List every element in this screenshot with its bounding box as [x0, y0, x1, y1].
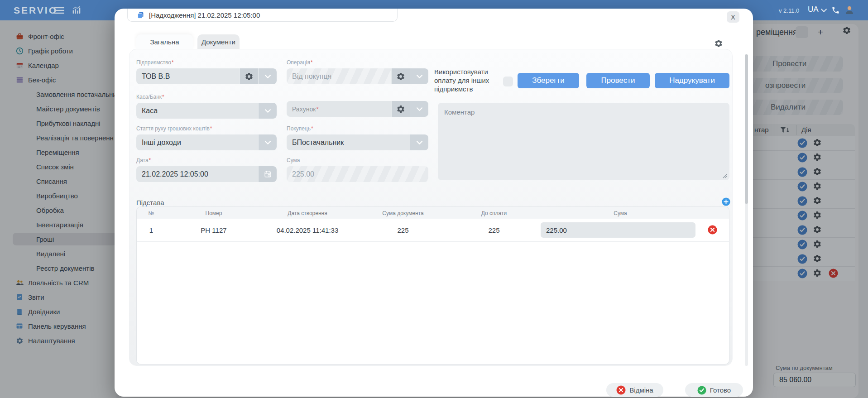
cash-bank-input[interactable]: Каса: [136, 103, 258, 119]
chevron-down-icon: [821, 9, 827, 12]
enterprise-gear-icon[interactable]: [240, 68, 258, 84]
cell-created: 04.02.2025 11:41:33: [277, 226, 339, 234]
date-field: Дата* 21.02.2025 12:05:00: [136, 157, 277, 182]
cell-num: 1: [149, 226, 153, 234]
cash-flow-item-label: Стаття руху грошових коштів: [136, 125, 210, 132]
account-gear-icon[interactable]: [391, 101, 410, 117]
buyer-field: Покупець* БПостачальник: [287, 125, 428, 150]
cell-number: РН 1127: [201, 226, 226, 234]
account-chevron-down-icon[interactable]: [410, 101, 428, 117]
cash-flow-item-field: Стаття руху грошових коштів* Інші доходи: [136, 125, 277, 150]
col-sum: Сума: [614, 210, 627, 216]
chart-icon[interactable]: [72, 5, 81, 14]
date-input[interactable]: 21.02.2025 12:05:00: [136, 166, 258, 182]
save-button[interactable]: Зберегти: [518, 73, 579, 88]
cell-doc-sum: 225: [397, 226, 408, 234]
operation-field: Операція* Від покупця: [287, 59, 428, 84]
servio-logo: SERVIO: [14, 5, 58, 16]
comment-placeholder: Коментар: [444, 108, 475, 116]
basis-section-title: Підстава: [136, 199, 164, 206]
col-num: №: [149, 210, 154, 216]
close-button[interactable]: X: [727, 11, 739, 23]
hamburger-menu-icon[interactable]: [54, 7, 64, 14]
buyer-chevron-down-icon[interactable]: [410, 134, 428, 150]
enterprise-label: Підприємство: [136, 59, 171, 66]
operation-gear-icon[interactable]: [391, 68, 410, 84]
print-button[interactable]: Надрукувати: [655, 73, 729, 88]
screen: SERVIO v 2.11.0 UA Фронт-офісГрафік робо…: [0, 0, 868, 398]
add-basis-row-icon[interactable]: [722, 197, 730, 206]
post-button[interactable]: Провести: [586, 73, 650, 88]
document-modal: [Надходження] 21.02.2025 12:05:00 X Зага…: [115, 9, 753, 397]
app-version: v 2.11.0: [779, 7, 799, 14]
operation-input: Від покупця: [287, 68, 391, 84]
account-input[interactable]: Рахунок*: [287, 101, 391, 117]
col-number: Номер: [206, 210, 222, 216]
form-panel: Підприємство* ТОВ В.В Операція* Від поку…: [129, 49, 733, 366]
account-placeholder: Рахунок: [292, 105, 316, 113]
calendar-icon[interactable]: [258, 166, 277, 182]
done-button[interactable]: Готово: [685, 383, 743, 397]
basis-table: № Номер Дата створення Сума документа До…: [136, 206, 729, 364]
cancel-x-icon: [616, 385, 626, 395]
use-payment-checkbox-label: Використовувати оплату для інших підприє…: [434, 67, 502, 93]
col-created: Дата створення: [288, 210, 327, 216]
enterprise-chevron-down-icon[interactable]: [258, 68, 277, 84]
account-field: Рахунок*: [287, 101, 428, 117]
tab-general[interactable]: Загальна: [136, 34, 193, 49]
copy-pages-icon: [137, 11, 144, 19]
use-payment-checkbox[interactable]: [503, 77, 513, 86]
comment-textarea[interactable]: Коментар: [438, 103, 729, 180]
delete-row-icon[interactable]: [708, 225, 717, 235]
cash-bank-chevron-down-icon[interactable]: [258, 103, 277, 119]
col-doc-sum: Сума документа: [382, 210, 423, 216]
done-check-icon: [697, 386, 706, 395]
basis-table-row: 1 РН 1127 04.02.2025 11:41:33 225 225 22…: [137, 219, 729, 242]
language-selector[interactable]: UA: [808, 5, 827, 14]
operation-chevron-down-icon[interactable]: [410, 68, 428, 84]
user-avatar-icon[interactable]: [844, 5, 855, 15]
operation-label: Операція: [287, 59, 310, 66]
cancel-button[interactable]: Відміна: [606, 383, 663, 397]
cash-bank-label: Каса/Банк: [136, 94, 162, 100]
amount-label: Сума: [287, 157, 300, 163]
cash-flow-chevron-down-icon[interactable]: [258, 134, 277, 150]
tab-documents[interactable]: Документи: [197, 34, 240, 49]
form-settings-gear-icon[interactable]: [714, 39, 723, 48]
cash-bank-field: Каса/Банк* Каса: [136, 94, 277, 119]
buyer-label: Покупець: [287, 125, 311, 132]
amount-field: Сума 225.00: [287, 157, 428, 182]
enterprise-input[interactable]: ТОВ В.В: [136, 68, 240, 84]
cell-to-pay: 225: [488, 226, 499, 234]
buyer-input[interactable]: БПостачальник: [287, 134, 410, 150]
resize-handle-icon[interactable]: [723, 174, 727, 178]
modal-scrollbar[interactable]: [745, 54, 748, 366]
language-code: UA: [808, 5, 819, 14]
date-label: Дата: [136, 157, 149, 163]
cash-flow-item-input[interactable]: Інші доходи: [136, 134, 258, 150]
phone-icon[interactable]: [831, 6, 840, 14]
col-to-pay: До сплати: [481, 210, 507, 216]
modal-title-bar: [Надходження] 21.02.2025 12:05:00: [127, 9, 398, 22]
row-sum-input[interactable]: 225.00: [541, 222, 695, 238]
amount-input: 225.00: [287, 166, 428, 182]
basis-table-header: № Номер Дата створення Сума документа До…: [137, 207, 729, 219]
scrollbar-thumb[interactable]: [745, 54, 748, 204]
cancel-label: Відміна: [629, 386, 653, 394]
enterprise-field: Підприємство* ТОВ В.В: [136, 59, 277, 84]
done-label: Готово: [710, 386, 731, 394]
modal-title: [Надходження] 21.02.2025 12:05:00: [149, 11, 260, 19]
